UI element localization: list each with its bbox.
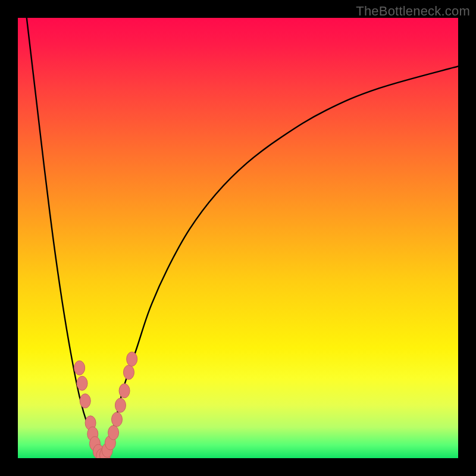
left-branch-curve [27, 18, 102, 458]
curve-layer [18, 18, 458, 458]
marker-dot [115, 398, 126, 412]
watermark-text: TheBottleneck.com [356, 4, 470, 19]
marker-dot [119, 384, 130, 398]
chart-frame: TheBottleneck.com [0, 0, 476, 476]
right-branch-curve [102, 66, 458, 458]
marker-dot [123, 365, 134, 380]
marker-dot [74, 361, 85, 375]
marker-dot [127, 352, 137, 367]
marker-dot [112, 412, 123, 427]
marker-dot [108, 425, 119, 440]
marker-dot [80, 394, 90, 408]
highlight-markers [74, 352, 137, 459]
marker-dot [77, 376, 87, 390]
plot-area [18, 18, 458, 458]
